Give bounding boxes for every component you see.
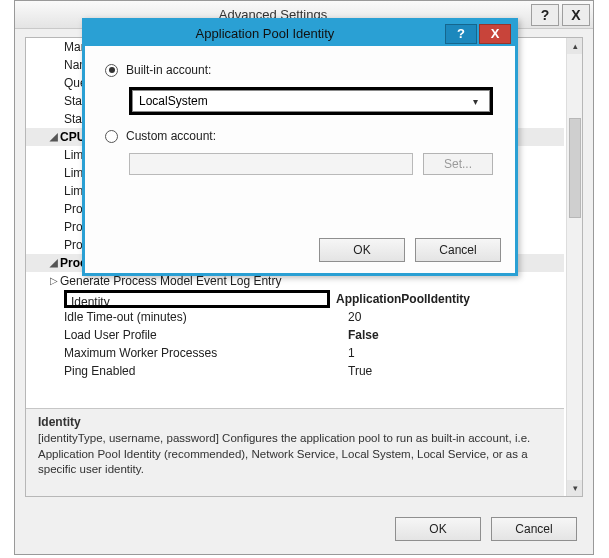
builtin-account-label: Built-in account:	[126, 63, 211, 77]
custom-account-label: Custom account:	[126, 129, 216, 143]
help-icon[interactable]: ?	[445, 24, 477, 44]
expand-icon[interactable]: ▷	[48, 272, 60, 290]
close-icon[interactable]: X	[562, 4, 590, 26]
set-button: Set...	[423, 153, 493, 175]
custom-account-field	[129, 153, 413, 175]
prop-row-ping-enabled[interactable]: Ping EnabledTrue	[26, 362, 564, 380]
api-titlebar[interactable]: Application Pool Identity ? X	[85, 21, 515, 46]
help-icon[interactable]: ?	[531, 4, 559, 26]
radio-icon[interactable]	[105, 130, 118, 143]
prop-row-identity[interactable]: Identity ApplicationPoolIdentity	[26, 290, 564, 308]
identity-value: ApplicationPoolIdentity	[330, 290, 564, 308]
app-pool-identity-dialog: Application Pool Identity ? X Built-in a…	[82, 18, 518, 276]
scroll-up-icon[interactable]: ▴	[567, 38, 583, 54]
scroll-thumb[interactable]	[569, 118, 581, 218]
builtin-account-radio[interactable]: Built-in account:	[105, 63, 503, 77]
advanced-settings-footer: OK Cancel	[15, 504, 593, 554]
prop-row-max-worker[interactable]: Maximum Worker Processes1	[26, 344, 564, 362]
identity-label: Identity	[64, 290, 330, 308]
collapse-icon[interactable]: ◢	[48, 128, 60, 146]
builtin-account-value: LocalSystem	[139, 94, 208, 108]
custom-account-radio[interactable]: Custom account:	[105, 129, 503, 143]
cancel-button[interactable]: Cancel	[415, 238, 501, 262]
api-title: Application Pool Identity	[85, 26, 445, 41]
prop-row-load-user-profile[interactable]: Load User ProfileFalse	[26, 326, 564, 344]
ok-button[interactable]: OK	[395, 517, 481, 541]
property-help-panel: Identity [identityType, username, passwo…	[26, 408, 564, 496]
help-title: Identity	[38, 415, 554, 429]
cancel-button[interactable]: Cancel	[491, 517, 577, 541]
help-body: [identityType, username, password] Confi…	[38, 431, 554, 478]
prop-row-idle-timeout[interactable]: Idle Time-out (minutes)20	[26, 308, 564, 326]
ok-button[interactable]: OK	[319, 238, 405, 262]
scrollbar[interactable]: ▴ ▾	[566, 38, 582, 496]
builtin-account-combo[interactable]: LocalSystem ▾	[132, 90, 490, 112]
radio-icon[interactable]	[105, 64, 118, 77]
api-footer: OK Cancel	[85, 227, 515, 273]
scroll-down-icon[interactable]: ▾	[567, 480, 583, 496]
chevron-down-icon[interactable]: ▾	[467, 96, 483, 107]
builtin-account-combo-highlight: LocalSystem ▾	[129, 87, 493, 115]
close-icon[interactable]: X	[479, 24, 511, 44]
collapse-icon[interactable]: ◢	[48, 254, 60, 272]
